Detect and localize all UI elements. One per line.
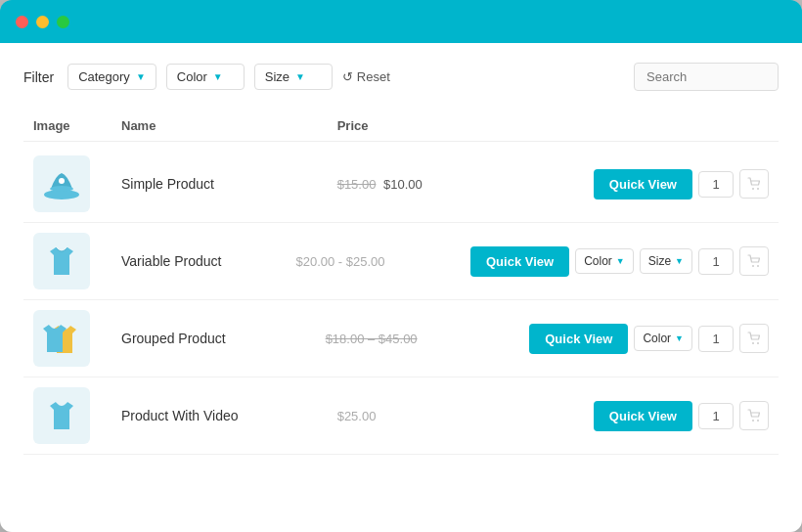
quick-view-button[interactable]: Quick View: [529, 324, 628, 354]
color-label: Color: [177, 69, 207, 84]
svg-point-8: [757, 342, 759, 344]
product-name: Grouped Product: [121, 331, 326, 346]
quick-view-button[interactable]: Quick View: [594, 169, 692, 200]
dot-red[interactable]: [16, 16, 28, 28]
header-name: Name: [121, 118, 337, 133]
svg-point-10: [757, 420, 759, 421]
add-to-cart-button[interactable]: [739, 401, 769, 430]
size-dropdown-row[interactable]: Size ▼: [640, 248, 692, 274]
svg-point-7: [752, 342, 754, 344]
color-option-label: Color: [643, 332, 671, 345]
shirt-icon: [42, 242, 81, 281]
cart-icon: [747, 177, 761, 191]
size-label: Size: [265, 69, 290, 84]
app-window: Filter Category ▼ Color ▼ Size ▼ ↺ Reset…: [0, 0, 802, 532]
reset-label: Reset: [357, 69, 390, 84]
row-actions: Quick View Color ▼: [529, 324, 769, 354]
color-dropdown-row[interactable]: Color ▼: [575, 248, 634, 274]
dot-green[interactable]: [57, 16, 69, 28]
product-image: [33, 310, 90, 367]
row-actions: Quick View: [553, 401, 769, 431]
product-image: [33, 233, 90, 289]
search-input[interactable]: [634, 63, 779, 91]
filter-label: Filter: [23, 69, 54, 85]
category-dropdown[interactable]: Category ▼: [67, 64, 156, 90]
table-row: Variable Product $20.00 - $25.00 Quick V…: [23, 223, 779, 300]
header-price: Price: [337, 118, 554, 133]
category-chevron-icon: ▼: [136, 71, 146, 82]
svg-point-2: [59, 178, 65, 184]
table-row: Grouped Product $18.00 – $45.00 Quick Vi…: [23, 300, 779, 377]
product-image: [33, 155, 90, 212]
add-to-cart-button[interactable]: [739, 169, 769, 199]
reset-icon: ↺: [342, 69, 353, 84]
price-range: $25.00: [337, 409, 377, 423]
product-image: [33, 387, 90, 444]
table-row: Product With Video $25.00 Quick View: [23, 377, 779, 455]
price-original: $15.00: [337, 177, 377, 192]
size-dropdown[interactable]: Size ▼: [254, 64, 333, 90]
color-chevron-icon: ▼: [616, 256, 625, 266]
size-option-label: Size: [648, 254, 671, 268]
dot-yellow[interactable]: [36, 16, 49, 28]
price-original: $18.00 – $45.00: [326, 332, 418, 346]
row-actions: Quick View: [553, 169, 769, 200]
reset-button[interactable]: ↺ Reset: [342, 69, 390, 84]
svg-point-3: [752, 188, 754, 190]
color-chevron-icon: ▼: [213, 71, 223, 82]
filter-bar: Filter Category ▼ Color ▼ Size ▼ ↺ Reset: [23, 63, 779, 91]
color-dropdown-row[interactable]: Color ▼: [634, 326, 692, 351]
table-row: Simple Product $15.00 $10.00 Quick View: [23, 146, 779, 223]
product-price: $20.00 - $25.00: [295, 254, 470, 269]
size-chevron-icon: ▼: [295, 71, 305, 82]
color-chevron-icon: ▼: [675, 333, 684, 343]
product-price: $18.00 – $45.00: [326, 332, 530, 346]
quick-view-button[interactable]: Quick View: [470, 246, 569, 277]
cart-icon: [747, 409, 761, 422]
product-name: Product With Video: [121, 408, 337, 423]
row-actions: Quick View Color ▼ Size ▼: [470, 246, 769, 277]
cart-icon: [747, 332, 761, 345]
quantity-input[interactable]: [698, 248, 734, 275]
product-name: Variable Product: [121, 253, 295, 269]
svg-point-4: [757, 188, 759, 190]
size-chevron-icon: ▼: [675, 256, 684, 266]
price-sale: $10.00: [383, 177, 423, 192]
price-range: $20.00 - $25.00: [295, 254, 384, 269]
quantity-input[interactable]: [698, 403, 734, 429]
header-actions: [553, 118, 769, 133]
color-option-label: Color: [584, 254, 612, 268]
shirt-video-icon: [42, 396, 81, 435]
quantity-input[interactable]: [698, 171, 734, 198]
category-label: Category: [78, 69, 130, 84]
svg-point-9: [752, 420, 754, 421]
product-price: $15.00 $10.00: [337, 177, 554, 192]
grouped-shirt-icon: [39, 319, 84, 358]
table-header: Image Name Price: [23, 111, 779, 142]
add-to-cart-button[interactable]: [739, 324, 769, 353]
content-area: Filter Category ▼ Color ▼ Size ▼ ↺ Reset…: [0, 43, 802, 532]
svg-point-1: [50, 186, 73, 192]
svg-point-6: [757, 265, 759, 267]
product-name: Simple Product: [121, 176, 337, 192]
color-dropdown[interactable]: Color ▼: [166, 64, 245, 90]
quantity-input[interactable]: [698, 326, 734, 352]
add-to-cart-button[interactable]: [739, 246, 769, 276]
header-image: Image: [33, 118, 121, 133]
svg-point-5: [752, 265, 754, 267]
product-price: $25.00: [337, 409, 554, 423]
title-bar: [0, 0, 802, 43]
cart-icon: [747, 254, 761, 268]
quick-view-button[interactable]: Quick View: [594, 401, 692, 431]
hat-icon: [41, 165, 82, 202]
